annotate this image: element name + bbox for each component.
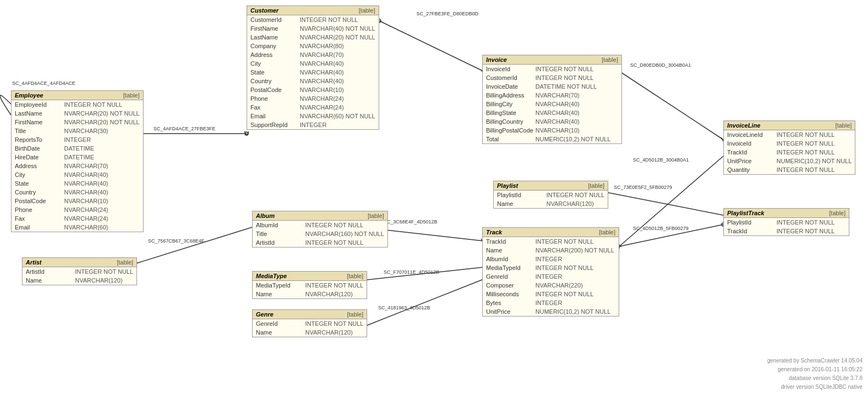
col-name: Email — [250, 112, 300, 120]
album-table-type: [table] — [368, 212, 384, 219]
col-type: NVARCHAR(120) — [546, 200, 594, 208]
table-row: BillingCountryNVARCHAR(40) — [483, 117, 621, 126]
table-row: NameNVARCHAR(200) NOT NULL — [483, 246, 619, 255]
col-name: PostalCode — [15, 197, 64, 205]
col-name: AlbumId — [256, 221, 305, 229]
col-type: NVARCHAR(24) — [64, 215, 108, 222]
col-name: FirstName — [250, 25, 300, 32]
col-type: NVARCHAR(160) NOT NULL — [305, 230, 384, 238]
table-row: TrackIdINTEGER NOT NULL — [724, 227, 849, 235]
col-name: LastName — [15, 110, 64, 117]
col-name: UnitPrice — [486, 308, 535, 315]
col-name: State — [250, 68, 300, 76]
col-type: INTEGER NOT NULL — [535, 65, 593, 73]
diagram-container: SC_27FBE3FE_D80EDB0D SC_4AFD4ACE_27FBE3F… — [0, 0, 868, 397]
svg-line-17 — [619, 156, 723, 246]
footer-line1: generated by SchemaCrawler 14.05.04 — [767, 356, 863, 365]
svg-text:SC_73E0E5F2_5FB00279: SC_73E0E5F2_5FB00279 — [614, 185, 672, 190]
invoiceline-table-header: InvoiceLine [table] — [724, 121, 855, 130]
customer-table-type: [table] — [359, 7, 375, 14]
col-type: NVARCHAR(40) — [64, 180, 108, 187]
col-name: Name — [26, 277, 75, 284]
table-row: GenreIdINTEGER NOT NULL — [253, 319, 367, 328]
mediatype-table-type: [table] — [347, 273, 363, 279]
table-row: BillingAddressNVARCHAR(70) — [483, 91, 621, 100]
customer-table-header: Customer [table] — [247, 6, 379, 15]
col-name: Composer — [486, 281, 535, 289]
table-row: BillingStateNVARCHAR(40) — [483, 108, 621, 117]
invoice-table-header: Invoice [table] — [483, 55, 621, 65]
col-name: ArtistId — [26, 268, 75, 275]
table-row: BirthDateDATETIME — [12, 144, 143, 153]
track-table-name: Track — [486, 229, 502, 235]
col-name: AlbumId — [486, 255, 535, 263]
mediatype-table-header: MediaType [table] — [253, 272, 367, 281]
table-row: CompanyNVARCHAR(80) — [247, 42, 379, 50]
col-type: INTEGER NOT NULL — [776, 227, 835, 235]
col-name: City — [250, 60, 300, 67]
playlist-table: Playlist [table] PlaylistIdINTEGER NOT N… — [493, 181, 608, 209]
col-name: Country — [250, 77, 300, 85]
employee-table-header: Employee [table] — [12, 91, 143, 100]
svg-line-38 — [597, 191, 723, 215]
svg-line-8 — [244, 131, 247, 135]
invoiceline-table-name: InvoiceLine — [727, 122, 761, 129]
table-row: LastNameNVARCHAR(20) NOT NULL — [247, 33, 379, 42]
col-name: Address — [250, 51, 300, 59]
svg-line-0 — [379, 21, 483, 71]
col-name: MediaTypeId — [486, 264, 535, 272]
table-row: CityNVARCHAR(40) — [12, 170, 143, 179]
col-name: CustomerId — [250, 16, 300, 24]
col-type: INTEGER NOT NULL — [776, 148, 835, 156]
table-row: CustomerIdINTEGER NOT NULL — [247, 15, 379, 24]
col-name: Name — [256, 329, 305, 336]
col-name: BillingState — [486, 109, 535, 117]
svg-point-7 — [245, 132, 248, 135]
col-name: City — [15, 171, 64, 179]
col-type: NVARCHAR(120) — [305, 329, 353, 336]
table-row: CityNVARCHAR(40) — [247, 59, 379, 68]
table-row: NameNVARCHAR(120) — [494, 199, 608, 208]
col-name: BillingAddress — [486, 91, 535, 99]
col-name: BillingCity — [486, 100, 535, 108]
playlisttrack-table-header: PlaylistTrack [table] — [724, 209, 849, 218]
col-type: NVARCHAR(40) — [535, 100, 579, 108]
col-name: State — [15, 180, 64, 187]
svg-text:SC_4AFD4ACE_4AFD4ACE: SC_4AFD4ACE_4AFD4ACE — [12, 80, 76, 86]
table-row: ArtistIdINTEGER NOT NULL — [22, 267, 136, 276]
table-row: NameNVARCHAR(120) — [253, 290, 367, 298]
playlist-table-type: [table] — [588, 182, 604, 189]
table-row: UnitPriceNUMERIC(10,2) NOT NULL — [724, 157, 855, 165]
col-type: DATETIME — [64, 145, 94, 152]
col-type: NUMERIC(10,2) NOT NULL — [535, 308, 610, 315]
col-type: NVARCHAR(70) — [535, 91, 579, 99]
table-row: CountryNVARCHAR(40) — [247, 77, 379, 85]
table-row: StateNVARCHAR(40) — [12, 179, 143, 188]
col-name: Name — [497, 200, 546, 208]
col-name: Country — [15, 188, 64, 196]
table-row: InvoiceDateDATETIME NOT NULL — [483, 82, 621, 91]
svg-line-34 — [362, 279, 483, 327]
svg-text:SC_4181963_4D5012B: SC_4181963_4D5012B — [378, 305, 430, 310]
employee-table: Employee [table] EmployeeIdINTEGER NOT N… — [11, 90, 144, 232]
playlisttrack-table-name: PlaylistTrack — [727, 210, 764, 216]
col-type: INTEGER NOT NULL — [535, 290, 593, 298]
col-name: Fax — [15, 215, 64, 222]
table-row: AddressNVARCHAR(70) — [247, 50, 379, 59]
svg-line-30 — [362, 267, 483, 280]
customer-table-name: Customer — [250, 7, 278, 14]
col-type: NVARCHAR(40) — [64, 171, 108, 179]
col-type: DATETIME — [64, 153, 94, 161]
col-type: NVARCHAR(10) — [300, 86, 344, 94]
table-row: MediaTypeIdINTEGER NOT NULL — [483, 263, 619, 272]
col-type: NVARCHAR(200) NOT NULL — [535, 246, 614, 254]
table-row: StateNVARCHAR(40) — [247, 68, 379, 77]
artist-table-header: Artist [table] — [22, 258, 136, 267]
col-type: INTEGER — [64, 136, 91, 143]
invoice-table-type: [table] — [602, 56, 618, 63]
table-row: PostalCodeNVARCHAR(10) — [247, 85, 379, 94]
table-row: AlbumIdINTEGER — [483, 255, 619, 263]
employee-table-name: Employee — [15, 92, 43, 99]
table-row: TotalNUMERIC(10,2) NOT NULL — [483, 135, 621, 143]
table-row: PhoneNVARCHAR(24) — [247, 94, 379, 103]
